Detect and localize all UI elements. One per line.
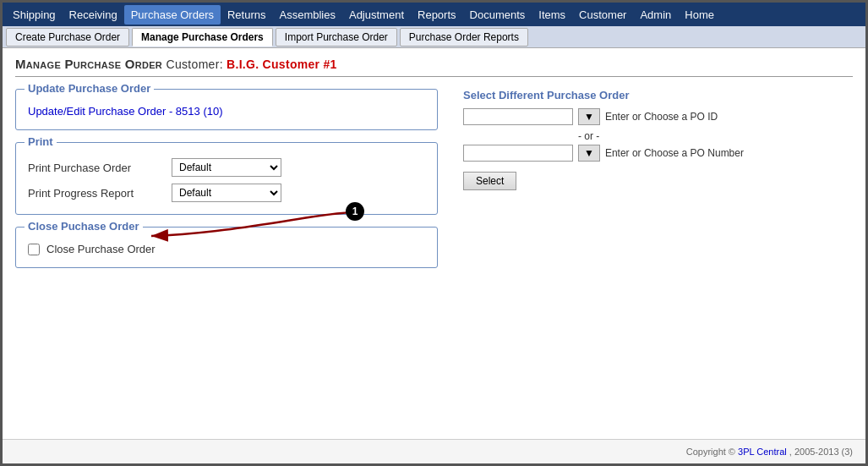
po-number-dropdown-button[interactable]: ▼ [578,145,600,162]
select-button-row: Select [463,167,853,190]
po-id-row: ▼ Enter or Choose a PO ID [463,108,853,125]
page-title: Manage Purchase Order Customer: B.I.G. C… [15,57,853,77]
print-progress-select[interactable]: Default [172,184,281,202]
customer-label: Customer: [167,58,227,71]
customer-name: B.I.G. Customer #1 [227,58,337,71]
app-wrapper: Shipping Receiving Purchase Orders Retur… [0,0,868,466]
select-po-title: Select Different Purchase Order [463,89,853,101]
top-nav: Shipping Receiving Purchase Orders Retur… [3,3,865,26]
close-po-section: Close Puchase Order 1 [15,227,438,268]
sub-nav: Create Purchase Order Manage Purchase Or… [3,26,865,48]
subnav-import-po[interactable]: Import Purchase Order [276,28,397,47]
po-id-input[interactable] [463,108,573,125]
print-progress-label: Print Progress Report [28,187,163,200]
print-title: Print [25,135,57,148]
nav-returns[interactable]: Returns [221,5,273,25]
print-section: Print Print Purchase Order Default Print… [15,142,438,215]
update-po-title: Update Purchase Order [25,82,154,95]
close-po-title: Close Puchase Order [25,220,143,233]
close-po-checkbox[interactable] [28,244,40,255]
subnav-manage-po[interactable]: Manage Purchase Orders [132,28,273,47]
nav-shipping[interactable]: Shipping [6,5,63,25]
or-label: - or - [578,130,853,142]
nav-home[interactable]: Home [678,5,721,25]
footer: Copyright © 3PL Central , 2005-2013 (3) [3,439,865,463]
nav-purchase-orders[interactable]: Purchase Orders [124,5,221,25]
footer-link[interactable]: 3PL Central [738,447,787,457]
po-number-row: ▼ Enter or Choose a PO Number [463,145,853,162]
po-id-label: Enter or Choose a PO ID [605,111,718,123]
nav-adjustment[interactable]: Adjustment [342,5,411,25]
update-po-link-container: Update/Edit Purchase Order - 8513 (10) [28,105,425,118]
close-po-row: Close Purchase Order [28,243,425,255]
nav-documents[interactable]: Documents [463,5,532,25]
subnav-create-po[interactable]: Create Purchase Order [6,28,129,47]
nav-items[interactable]: Items [532,5,572,25]
update-po-section: Update Purchase Order Update/Edit Purcha… [15,89,438,130]
footer-trailing: , 2005-2013 (3) [789,447,853,457]
print-progress-row: Print Progress Report Default [28,184,425,202]
nav-admin[interactable]: Admin [633,5,678,25]
main-layout: Update Purchase Order Update/Edit Purcha… [15,89,853,280]
footer-copyright: Copyright © [686,447,738,457]
nav-reports[interactable]: Reports [411,5,463,25]
update-po-link[interactable]: Update/Edit Purchase Order - 8513 (10) [28,105,223,118]
page-content: Manage Purchase Order Customer: B.I.G. C… [3,48,865,288]
nav-assemblies[interactable]: Assemblies [273,5,342,25]
subnav-po-reports[interactable]: Purchase Order Reports [400,28,528,47]
print-po-select[interactable]: Default [172,158,281,177]
po-id-dropdown-button[interactable]: ▼ [578,108,600,125]
nav-customer[interactable]: Customer [572,5,633,25]
select-po-button[interactable]: Select [463,172,516,190]
close-po-checkbox-label: Close Purchase Order [46,243,156,255]
nav-receiving[interactable]: Receiving [63,5,124,25]
page-title-label: Manage Purchase Order [15,57,162,71]
right-column: Select Different Purchase Order ▼ Enter … [463,89,853,280]
print-po-label: Print Purchase Order [28,162,163,174]
left-column: Update Purchase Order Update/Edit Purcha… [15,89,438,280]
po-number-label: Enter or Choose a PO Number [605,147,744,159]
annotation-badge: 1 [346,202,364,221]
po-number-input[interactable] [463,145,573,162]
print-po-row: Print Purchase Order Default [28,158,425,177]
